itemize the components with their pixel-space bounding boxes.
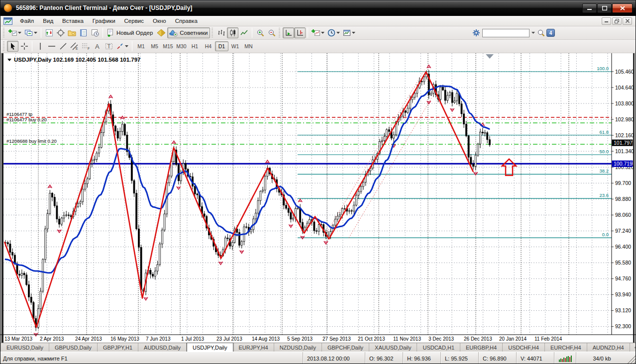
auto-scroll-button[interactable] (283, 27, 294, 38)
line-chart-button[interactable] (238, 27, 250, 38)
minimize-button[interactable] (582, 3, 597, 13)
market-watch-icon (45, 29, 53, 37)
menu-item-Вставка[interactable]: Вставка (58, 17, 88, 25)
template-icon (343, 29, 351, 37)
timeframe-M1[interactable]: M1 (134, 41, 148, 51)
fibonacci-button[interactable]: F (80, 41, 92, 52)
tab-GBPJPY,H1[interactable]: GBPJPY,H1 (98, 343, 138, 352)
menu-item-Окно[interactable]: Окно (148, 17, 171, 25)
toolbar-standard: Новый Ордер Советники (0, 26, 636, 40)
chart-background (0, 53, 636, 343)
data-window-button[interactable] (55, 27, 66, 38)
child-restore-button[interactable] (612, 17, 622, 25)
new-order-button[interactable]: Новый Ордер (105, 27, 155, 38)
candlestick-chart-button[interactable] (227, 27, 238, 38)
hline-icon (48, 42, 56, 50)
tab-USDCAD,H1[interactable]: USDCAD,H1 (417, 343, 460, 352)
notifications-badge[interactable]: 4 (546, 29, 555, 37)
svg-text:98.060: 98.060 (615, 212, 631, 218)
tab-AUDUSD,Daily[interactable]: AUDUSD,Daily (138, 343, 187, 352)
metaeditor-button[interactable] (155, 27, 167, 38)
chart-canvas[interactable]: 100.061.850.038.223.60.0#1106477 tp#1106… (0, 53, 636, 343)
timeframe-H4[interactable]: H4 (202, 41, 215, 51)
svg-text:20 Jan 2014: 20 Jan 2014 (499, 336, 527, 342)
menu-item-Вид[interactable]: Вид (38, 17, 58, 25)
tab-USDCHF,H4[interactable]: USDCHF,H4 (503, 343, 545, 352)
cursor-button[interactable] (7, 41, 18, 52)
arrows-button[interactable] (114, 41, 130, 52)
child-close-button[interactable] (623, 17, 632, 25)
folder-star-icon (68, 29, 76, 37)
new-chart-button[interactable] (7, 27, 23, 38)
tab-NZDUSD,Daily[interactable]: NZDUSD,Daily (274, 343, 322, 352)
text-label-button[interactable]: T (103, 41, 114, 52)
menu-item-Справка[interactable]: Справка (171, 17, 202, 25)
market-watch-button[interactable] (43, 27, 55, 38)
bar-chart-icon (217, 29, 225, 37)
svg-text:93.940: 93.940 (615, 291, 631, 297)
timeframe-MN[interactable]: MN (242, 41, 255, 51)
equidistant-channel-button[interactable]: E (69, 41, 80, 52)
svg-text:2 Apr 2013: 2 Apr 2013 (40, 336, 64, 342)
toolbar-grip[interactable] (3, 28, 5, 38)
tab-XAUUSD,Daily[interactable]: XAUUSD,Daily (369, 343, 417, 352)
child-minimize-button[interactable] (602, 17, 611, 25)
search-icon[interactable] (537, 29, 545, 37)
status-connection (554, 352, 576, 364)
tab-EURJPY,H4[interactable]: EURJPY,H4 (233, 343, 274, 352)
navigator-button[interactable] (66, 27, 78, 38)
new-order-icon (106, 29, 114, 37)
timeframe-H1[interactable]: H1 (188, 41, 202, 51)
tab-EURUSD,Daily[interactable]: EURUSD,Daily (1, 343, 49, 352)
tab-GBPCHF,Daily[interactable]: GBPCHF,Daily (322, 343, 369, 352)
crosshair-tool-button[interactable] (18, 41, 30, 52)
horizontal-line-button[interactable] (46, 41, 57, 52)
toolbar-grip[interactable] (212, 28, 214, 38)
status-low: L: 95.925 (440, 352, 478, 364)
price-axis[interactable]: 105.460104.640103.800102.980102.160101.3… (612, 53, 634, 335)
menu-item-Графики[interactable]: Графики (88, 17, 120, 25)
resize-grip[interactable] (628, 352, 636, 364)
periods-button[interactable] (326, 27, 341, 38)
terminal-button[interactable] (78, 27, 89, 38)
close-button[interactable] (612, 3, 633, 13)
templates-button[interactable] (341, 27, 357, 38)
toolbar-grip[interactable] (3, 41, 5, 51)
timeframe-M15[interactable]: M15 (161, 41, 175, 51)
bar-chart-button[interactable] (215, 27, 227, 38)
timeframe-W1[interactable]: W1 (228, 41, 242, 51)
expert-advisors-button[interactable]: Советники (167, 27, 210, 38)
text-button[interactable]: A (92, 41, 103, 52)
tabs-scroll-left-icon[interactable] (634, 346, 636, 350)
search-input[interactable] (482, 29, 530, 37)
zoom-out-button[interactable] (266, 27, 277, 38)
vertical-line-button[interactable] (34, 41, 46, 52)
zoom-in-button[interactable] (254, 27, 266, 38)
timeframe-M30[interactable]: M30 (175, 41, 188, 51)
strategy-tester-button[interactable] (89, 27, 101, 38)
search-dropdown-caret-icon[interactable] (531, 31, 535, 34)
fibonacci-icon: F (82, 42, 90, 50)
menu-item-Сервис[interactable]: Сервис (120, 17, 148, 25)
tab-USDJPY,Daily[interactable]: USDJPY,Daily (187, 343, 233, 352)
tab-EURCHF,H4[interactable]: EURCHF,H4 (545, 343, 587, 352)
tab-EURGBP,H4[interactable]: EURGBP,H4 (460, 343, 503, 352)
timeframe-D1[interactable]: D1 (215, 41, 228, 51)
tab-GBPUSD,Daily[interactable]: GBPUSD,Daily (49, 343, 98, 352)
status-help: Для справки, нажмите F1 (0, 352, 303, 364)
tab-AUDNZD,H4[interactable]: AUDNZD,H4 (587, 343, 630, 352)
menu-item-Файл[interactable]: Файл (15, 17, 38, 25)
svg-text:13 Mar 2013: 13 Mar 2013 (4, 336, 33, 342)
profiles-button[interactable] (23, 27, 39, 38)
toolbar-grip[interactable] (279, 28, 281, 38)
timeframe-M5[interactable]: M5 (148, 41, 161, 51)
auto-scroll-icon (285, 29, 293, 37)
gear-icon[interactable] (472, 29, 481, 37)
indicators-button[interactable] (310, 27, 326, 38)
svg-text:38.2: 38.2 (600, 168, 609, 174)
advisors-label: Советники (179, 30, 209, 36)
maximize-button[interactable] (597, 3, 612, 13)
chart-header[interactable]: USDJPY,Daily 102.169 102.405 101.568 101… (7, 57, 140, 63)
trendline-button[interactable] (57, 41, 69, 52)
chart-shift-button[interactable] (294, 27, 306, 38)
